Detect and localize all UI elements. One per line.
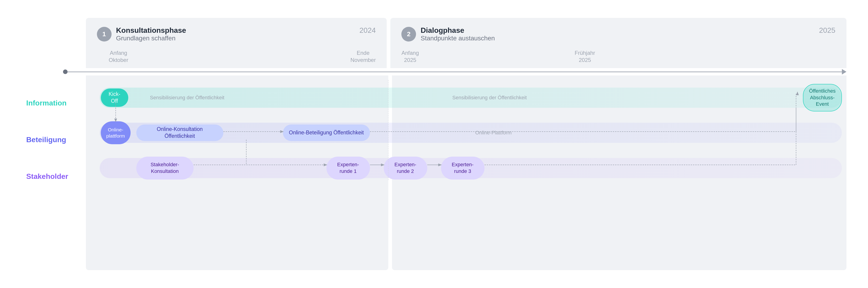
public-event-node: Öffentliches Abschluss-Event [803, 84, 842, 111]
online-konsultation-node: Online-Konsultation Öffentlichkeit [136, 124, 223, 141]
beteiligung-row: Online-Plattform Online- plattform Onlin… [86, 115, 846, 150]
phase-2-name: Dialogphase [421, 26, 495, 35]
phase-2-markers: Anfang 2025 Frühjahr 2025 [390, 49, 846, 68]
phase-1-number: 1 [97, 27, 112, 41]
timeline-line [63, 68, 846, 76]
phase-1-year: 2024 [360, 26, 376, 35]
information-row: Sensibilisierung der Öffentlichkeit Sens… [86, 80, 846, 115]
sensibilisierung-text-1: Sensibilisierung der Öffentlichkeit [150, 95, 224, 100]
experten-2-node: Experten- runde 2 [384, 156, 427, 179]
phase-1-subtitle: Grundlagen schaffen [116, 35, 186, 42]
phases-header: 1 Konsultationsphase Grundlagen schaffen… [86, 18, 846, 49]
timeline-markers: Anfang Oktober Ende November Anfang 2025… [86, 49, 846, 68]
content-area: Sensibilisierung der Öffentlichkeit Sens… [86, 76, 846, 270]
online-plattform-band-text: Online-Plattform [475, 130, 512, 136]
phase-2-block: 2 Dialogphase Standpunkte austauschen 20… [390, 18, 846, 49]
phase-1-marker-start: Anfang Oktober [109, 49, 128, 68]
tracks-container: Sensibilisierung der Öffentlichkeit Sens… [86, 76, 846, 185]
sensibilisierung-text-2: Sensibilisierung der Öffentlichkeit [453, 95, 527, 100]
phase-2-number: 2 [401, 27, 416, 41]
phase-1-markers: Anfang Oktober Ende November [86, 49, 387, 68]
phase-1-marker-end: Ende November [350, 49, 376, 68]
phase-1-block: 1 Konsultationsphase Grundlagen schaffen… [86, 18, 387, 49]
online-beteiligung-node: Online-Beteiligung Öffentlichkeit [283, 124, 370, 141]
timeline-dot [63, 69, 68, 74]
diagram-container: 1 Konsultationsphase Grundlagen schaffen… [22, 18, 846, 270]
experten-1-node: Experten- runde 1 [327, 156, 370, 179]
timeline-track [68, 71, 842, 72]
phase-2-year: 2025 [819, 26, 835, 35]
online-plattform-node: Online- plattform [101, 121, 131, 144]
label-beteiligung: Beteiligung [22, 117, 86, 153]
phase-2-marker-mid: Frühjahr 2025 [575, 49, 595, 68]
row-labels: Information Beteiligung Stakeholder [22, 76, 86, 270]
experten-3-node: Experten- runde 3 [441, 156, 485, 179]
phase-2-marker-start: Anfang 2025 [401, 49, 419, 68]
phase-1-name: Konsultationsphase [116, 26, 186, 35]
label-information: Information [22, 80, 86, 117]
rows-area: Information Beteiligung Stakeholder Sens… [22, 76, 846, 270]
stakeholder-row: Stakeholder- Konsultation Experten- rund… [86, 150, 846, 185]
phase-2-subtitle: Standpunkte austauschen [421, 35, 495, 42]
timeline-arrow [842, 69, 846, 75]
kickoff-node: Kick-Off [101, 88, 128, 107]
stakeholder-konsultation-node: Stakeholder- Konsultation [136, 156, 193, 179]
label-stakeholder: Stakeholder [22, 153, 86, 190]
